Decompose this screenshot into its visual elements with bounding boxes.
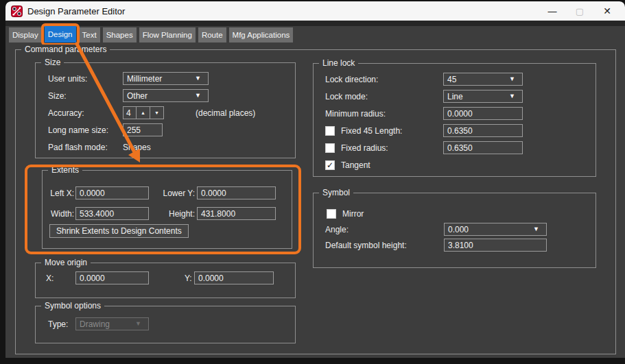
lower-y-label: Lower Y: xyxy=(163,189,195,198)
angle-label: Angle: xyxy=(325,225,444,234)
minimum-radius-label: Minimum radius: xyxy=(325,109,443,119)
move-origin-group: Move origin X: Y: xyxy=(35,263,296,298)
lock-mode-label: Lock mode: xyxy=(325,92,443,101)
angle-value: 0.000 xyxy=(448,225,469,234)
shrink-extents-button[interactable]: Shrink Extents to Design Contents xyxy=(49,224,189,238)
dropdown-arrow-icon: ▼ xyxy=(533,226,539,232)
fixed-45-length-label: Fixed 45 Length: xyxy=(341,126,443,136)
tab-text[interactable]: Text xyxy=(79,27,100,43)
long-name-size-label: Long name size: xyxy=(48,125,123,135)
window-title: Design Parameter Editor xyxy=(27,6,125,16)
accuracy-label: Accuracy: xyxy=(48,108,123,118)
dropdown-arrow-icon: ▼ xyxy=(195,75,201,82)
tab-mfg-applications[interactable]: Mfg Applications xyxy=(229,27,294,43)
width-input[interactable] xyxy=(75,207,149,220)
tab-display[interactable]: Display xyxy=(9,27,42,43)
tab-design-label: Design xyxy=(48,30,73,38)
height-label: Height: xyxy=(163,209,195,219)
symbol-options-group: Symbol options Type: Drawing ▼ xyxy=(35,306,296,343)
size-group-label: Size xyxy=(41,58,64,67)
move-origin-group-label: Move origin xyxy=(41,258,91,267)
size-label: Size: xyxy=(48,91,123,101)
default-symbol-height-label: Default symbol height: xyxy=(325,241,444,250)
extents-group-label: Extents xyxy=(48,165,82,175)
user-units-dropdown[interactable]: Millimeter ▼ xyxy=(123,72,209,85)
move-origin-y-input[interactable] xyxy=(194,271,274,284)
extents-group: Extents Left X: Lower Y: Width: Height: … xyxy=(42,170,292,249)
tab-bar: Display Design Text Shapes Flow Planning… xyxy=(5,26,625,43)
dropdown-arrow-icon: ▼ xyxy=(509,75,515,82)
move-origin-y-label: Y: xyxy=(185,274,193,283)
command-parameters-group: Command parameters Size User units: Mill… xyxy=(15,49,616,354)
user-units-label: User units: xyxy=(48,74,123,84)
pad-flash-mode-label: Pad flash mode: xyxy=(48,143,123,152)
accuracy-spinner: 4 ▲ ▼ xyxy=(123,106,164,119)
tab-flow-planning[interactable]: Flow Planning xyxy=(139,27,196,43)
type-dropdown: Drawing ▼ xyxy=(75,317,149,330)
move-origin-x-label: X: xyxy=(46,274,73,283)
pad-flash-mode-value: Shapes xyxy=(123,143,151,152)
tab-route[interactable]: Route xyxy=(198,27,226,43)
tangent-checkbox[interactable]: ✓ xyxy=(325,160,335,170)
app-icon xyxy=(11,5,23,17)
fixed-45-length-checkbox[interactable] xyxy=(325,126,335,136)
fixed-radius-checkbox[interactable] xyxy=(325,143,335,153)
titlebar-shadow-strip xyxy=(5,21,625,26)
user-units-value: Millimeter xyxy=(127,74,162,84)
symbol-group-label: Symbol xyxy=(319,188,353,197)
lock-direction-value: 45 xyxy=(447,75,456,84)
minimize-button[interactable]: — xyxy=(539,1,566,21)
height-input[interactable] xyxy=(197,207,276,220)
long-name-size-input[interactable] xyxy=(123,123,163,136)
lower-y-input[interactable] xyxy=(197,186,276,199)
default-symbol-height-input[interactable] xyxy=(444,239,547,252)
mirror-label: Mirror xyxy=(342,209,364,219)
maximize-button[interactable]: ▢ xyxy=(566,1,593,21)
line-lock-group-label: Line lock xyxy=(319,58,358,68)
angle-dropdown[interactable]: 0.000 ▼ xyxy=(444,223,547,236)
command-parameters-label: Command parameters xyxy=(21,45,110,54)
tab-design[interactable]: Design xyxy=(45,26,76,43)
size-value: Other xyxy=(127,91,148,101)
lock-mode-value: Line xyxy=(447,92,463,101)
move-origin-x-input[interactable] xyxy=(75,271,149,284)
minimum-radius-input[interactable] xyxy=(443,107,523,120)
fixed-radius-label: Fixed radius: xyxy=(341,143,443,153)
lock-direction-label: Lock direction: xyxy=(325,75,443,84)
symbol-group: Symbol Mirror Angle: 0.000 ▼ Default sym… xyxy=(313,193,596,268)
dropdown-arrow-icon: ▼ xyxy=(195,92,201,99)
size-dropdown[interactable]: Other ▼ xyxy=(123,89,209,102)
line-lock-group: Line lock Lock direction: 45 ▼ Lock mode… xyxy=(313,63,596,177)
spinner-down-icon[interactable]: ▼ xyxy=(150,107,163,119)
spinner-up-icon[interactable]: ▲ xyxy=(136,107,150,119)
type-value: Drawing xyxy=(80,319,110,329)
tangent-label: Tangent xyxy=(341,160,370,170)
left-x-input[interactable] xyxy=(75,186,149,199)
symbol-options-group-label: Symbol options xyxy=(41,301,104,311)
mirror-checkbox[interactable] xyxy=(327,209,336,219)
decimal-places-hint: (decimal places) xyxy=(196,108,255,118)
width-label: Width: xyxy=(48,209,74,219)
tab-shapes[interactable]: Shapes xyxy=(103,27,137,43)
close-button[interactable]: ✕ xyxy=(593,1,621,21)
dropdown-arrow-icon: ▼ xyxy=(509,93,515,99)
design-parameter-editor-window: Design Parameter Editor — ▢ ✕ Display De… xyxy=(5,1,625,358)
lock-mode-dropdown[interactable]: Line ▼ xyxy=(443,90,523,103)
titlebar: Design Parameter Editor — ▢ ✕ xyxy=(5,1,625,21)
fixed-45-length-input[interactable] xyxy=(443,124,523,137)
type-label: Type: xyxy=(48,319,75,329)
fixed-radius-input[interactable] xyxy=(443,141,523,154)
dropdown-arrow-icon: ▼ xyxy=(135,320,141,327)
size-group: Size User units: Millimeter ▼ Size: Othe… xyxy=(35,62,296,158)
lock-direction-dropdown[interactable]: 45 ▼ xyxy=(443,73,523,86)
left-x-label: Left X: xyxy=(48,189,74,198)
accuracy-value: 4 xyxy=(123,107,136,119)
